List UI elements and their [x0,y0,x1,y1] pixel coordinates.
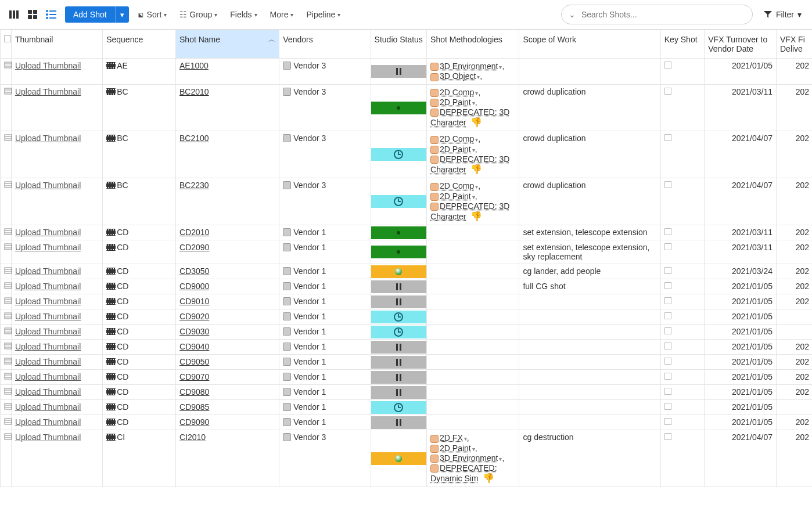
vfx-final-cell[interactable]: 202 [777,370,813,385]
key-shot-cell[interactable] [660,355,705,370]
vendor-cell[interactable]: Vendor 1 [279,370,371,385]
scope-cell[interactable] [519,355,660,370]
methodologies-cell[interactable] [427,400,519,415]
thumbnail-cell[interactable]: Upload Thumbnail [11,370,102,385]
vendor-cell[interactable]: Vendor 3 [279,84,371,131]
row-handle[interactable] [1,400,12,415]
turnover-cell[interactable]: 2021/03/24 [705,264,777,279]
shot-name-cell[interactable]: CI2010 [176,430,279,487]
status-chip[interactable] [371,280,426,293]
vendor-cell[interactable]: Vendor 1 [279,240,371,264]
scope-cell[interactable]: full CG shot [519,279,660,294]
header-shot-name[interactable]: Shot Name︿ [176,30,279,59]
table-row[interactable]: Upload ThumbnailCDCD9030Vendor 12021/01/… [1,325,813,340]
status-chip[interactable] [371,65,426,78]
key-shot-checkbox[interactable] [664,228,671,235]
key-shot-cell[interactable] [660,131,705,178]
shot-name-link[interactable]: CI2010 [179,432,206,442]
turnover-cell[interactable]: 2021/01/05 [705,309,777,325]
key-shot-checkbox[interactable] [664,373,671,380]
turnover-cell[interactable]: 2021/01/05 [705,355,777,370]
upload-thumbnail-link[interactable]: Upload Thumbnail [15,357,81,366]
scope-cell[interactable]: crowd duplication [519,84,660,131]
methodology-tag[interactable]: DEPRECATED: Dynamic Sim 👎 [430,463,515,484]
status-chip[interactable] [371,226,426,239]
turnover-cell[interactable]: 2021/03/11 [705,84,777,131]
sequence-cell[interactable]: CD [103,225,176,240]
group-menu[interactable]: ☷Group▾ [176,8,221,21]
methodologies-cell[interactable] [427,309,519,325]
status-cell[interactable] [371,240,426,264]
methodology-tag[interactable]: 3D Environment▾, [430,453,515,463]
key-shot-checkbox[interactable] [664,297,671,304]
shot-name-link[interactable]: BC2100 [179,134,209,143]
row-handle[interactable] [1,264,12,279]
vendor-cell[interactable]: Vendor 1 [279,400,371,415]
methodology-tag[interactable]: 2D Comp▾, [430,134,515,143]
vendor-cell[interactable]: Vendor 3 [279,131,371,178]
vfx-final-cell[interactable]: 202 [777,178,813,225]
upload-thumbnail-link[interactable]: Upload Thumbnail [15,312,81,321]
vendor-cell[interactable]: Vendor 1 [279,415,371,430]
pipeline-menu[interactable]: Pipeline▾ [303,8,344,21]
status-cell[interactable] [371,309,426,325]
key-shot-cell[interactable] [660,385,705,400]
shot-name-cell[interactable]: CD2010 [176,225,279,240]
table-row[interactable]: Upload ThumbnailCDCD9080Vendor 12021/01/… [1,385,813,400]
scope-cell[interactable]: set extension, telescope extension [519,225,660,240]
methodologies-cell[interactable] [427,385,519,400]
key-shot-checkbox[interactable] [664,88,671,95]
scope-cell[interactable] [519,370,660,385]
table-row[interactable]: Upload ThumbnailCDCD2090Vendor 1set exte… [1,240,813,264]
shot-name-link[interactable]: CD9000 [179,282,209,291]
row-handle[interactable] [1,84,12,131]
status-chip[interactable] [371,416,426,429]
shot-name-cell[interactable]: CD9050 [176,355,279,370]
shot-name-cell[interactable]: CD9080 [176,385,279,400]
header-vendors[interactable]: Vendors [279,30,371,59]
header-vfx-final[interactable]: VFX Fi Delive [777,30,813,59]
key-shot-cell[interactable] [660,59,705,85]
table-row[interactable]: Upload ThumbnailCDCD9050Vendor 12021/01/… [1,355,813,370]
methodologies-cell[interactable] [427,225,519,240]
methodology-tag[interactable]: 2D Paint▾, [430,98,515,107]
upload-thumbnail-link[interactable]: Upload Thumbnail [15,342,81,351]
scope-cell[interactable] [519,340,660,355]
upload-thumbnail-link[interactable]: Upload Thumbnail [15,432,81,442]
status-chip[interactable] [371,341,426,354]
shot-name-link[interactable]: CD9070 [179,372,209,381]
shot-name-link[interactable]: CD9085 [179,402,209,412]
upload-thumbnail-link[interactable]: Upload Thumbnail [15,87,81,96]
thumbnail-cell[interactable]: Upload Thumbnail [11,355,102,370]
methodology-tag[interactable]: 2D Paint▾, [430,145,515,154]
thumbnail-cell[interactable]: Upload Thumbnail [11,415,102,430]
scope-cell[interactable]: set extension, telescope extension, sky … [519,240,660,264]
thumbnail-cell[interactable]: Upload Thumbnail [11,240,102,264]
upload-thumbnail-link[interactable]: Upload Thumbnail [15,327,81,336]
shot-name-link[interactable]: CD3050 [179,266,209,276]
status-cell[interactable] [371,415,426,430]
sequence-cell[interactable]: CD [103,325,176,340]
methodology-tag[interactable]: 2D Comp▾, [430,181,515,190]
status-chip[interactable] [371,326,426,338]
table-row[interactable]: Upload ThumbnailBCBC2230Vendor 32D Comp▾… [1,178,813,225]
vendor-cell[interactable]: Vendor 1 [279,325,371,340]
methodology-tag[interactable]: DEPRECATED: 3D Character 👎 [430,154,515,175]
turnover-cell[interactable]: 2021/04/07 [705,430,777,487]
methodologies-cell[interactable]: 2D FX▾,2D Paint▾,3D Environment▾,DEPRECA… [427,430,519,487]
key-shot-cell[interactable] [660,309,705,325]
more-menu[interactable]: More▾ [267,8,297,21]
upload-thumbnail-link[interactable]: Upload Thumbnail [15,266,81,276]
methodology-tag[interactable]: 3D Object▾, [430,71,515,81]
upload-thumbnail-link[interactable]: Upload Thumbnail [15,372,81,381]
methodologies-cell[interactable] [427,340,519,355]
scope-cell[interactable]: cg lander, add people [519,264,660,279]
thumbnail-cell[interactable]: Upload Thumbnail [11,59,102,85]
methodologies-cell[interactable] [427,415,519,430]
thumbnail-cell[interactable]: Upload Thumbnail [11,309,102,325]
key-shot-cell[interactable] [660,264,705,279]
header-checkbox[interactable] [1,30,12,59]
vendor-cell[interactable]: Vendor 1 [279,279,371,294]
table-row[interactable]: Upload ThumbnailCDCD9000Vendor 1full CG … [1,279,813,294]
status-cell[interactable] [371,225,426,240]
